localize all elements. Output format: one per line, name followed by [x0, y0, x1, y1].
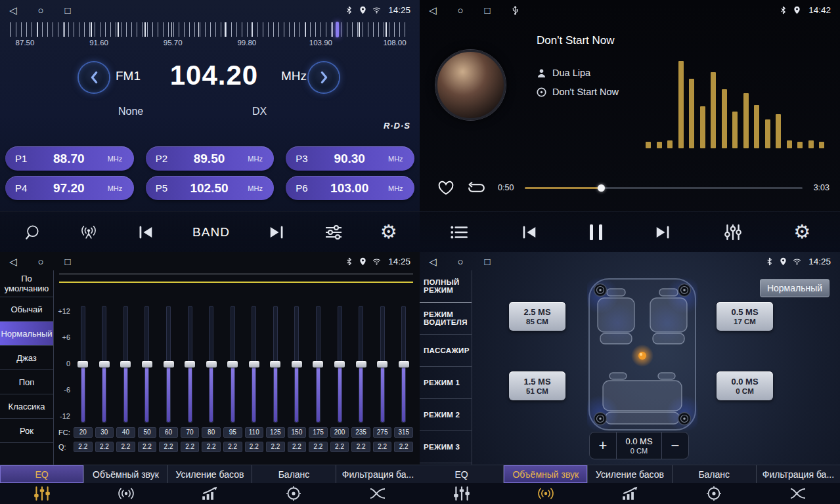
recents-icon[interactable]: □: [65, 257, 71, 266]
eq-band-slider[interactable]: [273, 306, 278, 423]
surround-sound-icon[interactable]: [504, 483, 588, 504]
crossover-filter-icon[interactable]: [336, 483, 420, 504]
eq-band-handle[interactable]: [120, 361, 131, 368]
eq-preset-default[interactable]: По умолчанию: [0, 270, 53, 297]
tune-up-button[interactable]: [309, 62, 339, 93]
eq-band-slider[interactable]: [102, 306, 106, 423]
eq-preset-pop[interactable]: Поп: [0, 370, 53, 394]
pause-button[interactable]: [590, 224, 602, 240]
delay-front-left[interactable]: 2.5 MS85 CM: [509, 302, 565, 331]
mode-1[interactable]: РЕЖИМ 1: [420, 367, 472, 399]
delay-increase-button[interactable]: +: [590, 432, 616, 459]
audio-settings-button[interactable]: [324, 224, 343, 241]
surround-sound-icon[interactable]: [84, 483, 168, 504]
band-button[interactable]: BAND: [192, 225, 230, 240]
frequency-ticks[interactable]: [11, 22, 409, 37]
eq-band-slider[interactable]: [123, 306, 128, 423]
eq-preset-normal[interactable]: Нормальный: [0, 322, 53, 346]
back-icon[interactable]: ◁: [429, 257, 437, 266]
delay-rear-left[interactable]: 1.5 MS51 CM: [509, 371, 565, 400]
crossover-filter-icon[interactable]: [756, 483, 840, 504]
settings-button[interactable]: ⚙: [793, 222, 810, 242]
eq-faders-icon[interactable]: [420, 483, 504, 504]
tab-surround-sound[interactable]: Объёмный звук: [503, 465, 587, 483]
eq-band-slider[interactable]: [294, 306, 299, 423]
preset-button-p1[interactable]: P188.70MHz: [5, 146, 134, 171]
broadcast-button[interactable]: [79, 224, 99, 241]
mode-full[interactable]: ПОЛНЫЙ РЕЖИМ: [420, 270, 472, 303]
tab-filter[interactable]: Фильтрация ба...: [756, 465, 840, 483]
back-icon[interactable]: ◁: [9, 5, 17, 15]
recents-icon[interactable]: □: [485, 5, 491, 15]
home-icon[interactable]: ○: [38, 257, 44, 266]
eq-preset-custom[interactable]: Обычай: [0, 297, 53, 322]
seek-bar[interactable]: [525, 183, 802, 192]
delay-decrease-button[interactable]: −: [662, 432, 688, 459]
tune-down-button[interactable]: [79, 62, 109, 93]
tab-eq[interactable]: EQ: [0, 465, 83, 483]
home-icon[interactable]: ○: [458, 257, 464, 266]
tab-balance[interactable]: Баланс: [672, 465, 756, 483]
eq-band-handle[interactable]: [99, 361, 110, 368]
soundfield-preset-button[interactable]: Нормальный: [760, 279, 829, 297]
album-art[interactable]: [435, 50, 506, 120]
recents-icon[interactable]: □: [485, 257, 491, 266]
frequency-scale[interactable]: 87.50 91.60 95.70 99.80 103.90 108.00: [0, 22, 420, 47]
home-icon[interactable]: ○: [458, 5, 464, 15]
eq-preset-classic[interactable]: Классика: [0, 394, 53, 419]
eq-band-slider[interactable]: [380, 306, 385, 423]
back-icon[interactable]: ◁: [429, 5, 437, 15]
eq-band-handle[interactable]: [377, 361, 387, 368]
eq-preset-jazz[interactable]: Джаз: [0, 346, 53, 370]
eq-band-slider[interactable]: [209, 306, 213, 423]
playlist-button[interactable]: [449, 224, 469, 241]
eq-band-slider[interactable]: [188, 306, 192, 423]
bass-boost-icon[interactable]: [168, 483, 252, 504]
eq-band-slider[interactable]: [338, 306, 342, 423]
preset-button-p2[interactable]: P289.50MHz: [146, 146, 275, 171]
eq-band-slider[interactable]: [81, 306, 85, 423]
eq-band-handle[interactable]: [164, 361, 174, 368]
mode-driver[interactable]: РЕЖИМ ВОДИТЕЛЯ: [420, 303, 472, 335]
settings-button[interactable]: ⚙: [380, 222, 397, 242]
tab-surround-sound[interactable]: Объёмный звук: [83, 465, 167, 483]
eq-band-handle[interactable]: [227, 361, 238, 368]
eq-band-handle[interactable]: [334, 361, 345, 368]
back-icon[interactable]: ◁: [9, 257, 17, 266]
seek-handle[interactable]: [598, 184, 605, 192]
eq-band-handle[interactable]: [270, 361, 280, 368]
eq-band-handle[interactable]: [356, 361, 366, 368]
eq-band-handle[interactable]: [399, 361, 409, 368]
eq-band-slider[interactable]: [316, 306, 321, 423]
preset-button-p3[interactable]: P390.30MHz: [286, 146, 414, 171]
eq-band-handle[interactable]: [206, 361, 217, 368]
next-track-button[interactable]: [653, 224, 673, 241]
tab-bass-boost[interactable]: Усиление басов: [587, 465, 671, 483]
previous-track-button[interactable]: [519, 224, 539, 241]
eq-band-handle[interactable]: [292, 361, 302, 368]
equalizer-button[interactable]: [723, 224, 743, 241]
eq-band-slider[interactable]: [401, 306, 406, 423]
favorite-button[interactable]: [437, 180, 455, 196]
eq-faders-icon[interactable]: [0, 483, 84, 504]
previous-station-button[interactable]: [136, 224, 156, 241]
eq-band-handle[interactable]: [77, 361, 88, 368]
balance-icon[interactable]: [672, 483, 756, 504]
eq-band-slider[interactable]: [359, 306, 363, 423]
home-icon[interactable]: ○: [38, 5, 44, 15]
eq-band-handle[interactable]: [142, 361, 152, 368]
preset-button-p5[interactable]: P5102.50MHz: [146, 176, 275, 200]
repeat-button[interactable]: [466, 182, 487, 194]
tab-filter[interactable]: Фильтрация ба...: [336, 465, 420, 483]
frequency-pointer[interactable]: [336, 22, 339, 37]
tab-balance[interactable]: Баланс: [252, 465, 336, 483]
mode-3[interactable]: РЕЖИМ 3: [420, 431, 472, 463]
eq-band-handle[interactable]: [249, 361, 259, 368]
next-station-button[interactable]: [267, 224, 286, 241]
eq-band-slider[interactable]: [166, 306, 171, 423]
eq-band-slider[interactable]: [231, 306, 235, 423]
preset-button-p6[interactable]: P6103.00MHz: [286, 176, 414, 200]
recents-icon[interactable]: □: [65, 5, 71, 15]
eq-band-slider[interactable]: [252, 306, 256, 423]
tab-eq[interactable]: EQ: [420, 465, 503, 483]
